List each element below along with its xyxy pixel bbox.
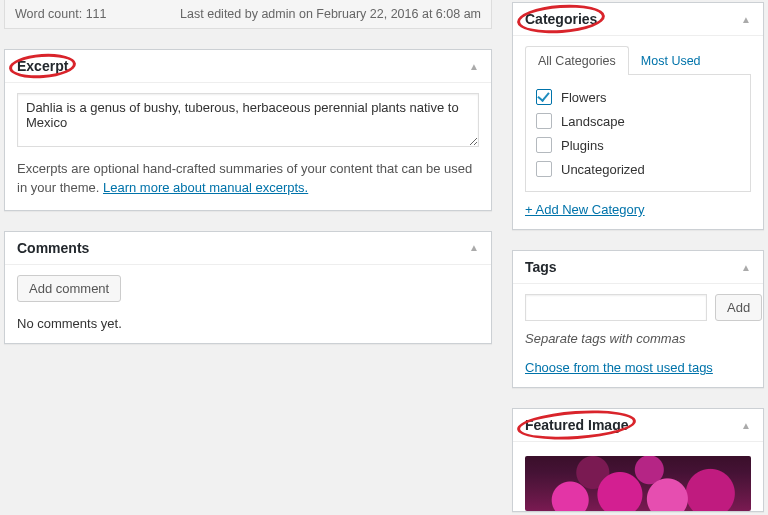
category-checkbox[interactable] [536, 161, 552, 177]
comments-title: Comments [17, 240, 89, 256]
categories-list: FlowersLandscapePluginsUncategorized [525, 74, 751, 192]
excerpt-textarea[interactable] [17, 93, 479, 147]
tags-hint: Separate tags with commas [525, 331, 751, 346]
last-edited: Last edited by admin on February 22, 201… [180, 7, 481, 21]
featured-image-title: Featured Image [525, 417, 628, 433]
tab-most-used[interactable]: Most Used [628, 46, 714, 75]
category-checkbox[interactable] [536, 113, 552, 129]
category-checkbox[interactable] [536, 89, 552, 105]
chevron-up-icon[interactable]: ▲ [741, 262, 751, 273]
chevron-up-icon[interactable]: ▲ [741, 14, 751, 25]
tags-title: Tags [525, 259, 557, 275]
chevron-up-icon[interactable]: ▲ [741, 420, 751, 431]
excerpt-panel: Excerpt ▲ Excerpts are optional hand-cra… [4, 49, 492, 211]
add-comment-button[interactable]: Add comment [17, 275, 121, 302]
add-tag-button[interactable]: Add [715, 294, 762, 321]
editor-status-bar: Word count: 111 Last edited by admin on … [4, 0, 492, 29]
comments-empty-text: No comments yet. [17, 316, 479, 331]
category-label: Plugins [561, 138, 604, 153]
category-label: Flowers [561, 90, 607, 105]
category-label: Landscape [561, 114, 625, 129]
category-item[interactable]: Flowers [536, 85, 740, 109]
tab-all-categories[interactable]: All Categories [525, 46, 629, 75]
featured-image[interactable] [525, 456, 751, 511]
excerpt-title: Excerpt [17, 58, 68, 74]
chevron-up-icon[interactable]: ▲ [469, 242, 479, 253]
category-label: Uncategorized [561, 162, 645, 177]
add-new-category-link[interactable]: + Add New Category [525, 202, 645, 217]
category-item[interactable]: Landscape [536, 109, 740, 133]
category-item[interactable]: Plugins [536, 133, 740, 157]
categories-title: Categories [525, 11, 597, 27]
excerpt-hint: Excerpts are optional hand-crafted summa… [17, 160, 479, 198]
excerpt-learn-more-link[interactable]: Learn more about manual excerpts. [103, 180, 308, 195]
category-checkbox[interactable] [536, 137, 552, 153]
category-item[interactable]: Uncategorized [536, 157, 740, 181]
featured-image-panel: Featured Image ▲ [512, 408, 764, 512]
categories-panel: Categories ▲ All Categories Most Used Fl… [512, 2, 764, 230]
chevron-up-icon[interactable]: ▲ [469, 61, 479, 72]
choose-tags-link[interactable]: Choose from the most used tags [525, 360, 713, 375]
word-count: Word count: 111 [15, 7, 107, 21]
comments-panel: Comments ▲ Add comment No comments yet. [4, 231, 492, 344]
tags-input[interactable] [525, 294, 707, 321]
tags-panel: Tags ▲ Add Separate tags with commas Cho… [512, 250, 764, 388]
